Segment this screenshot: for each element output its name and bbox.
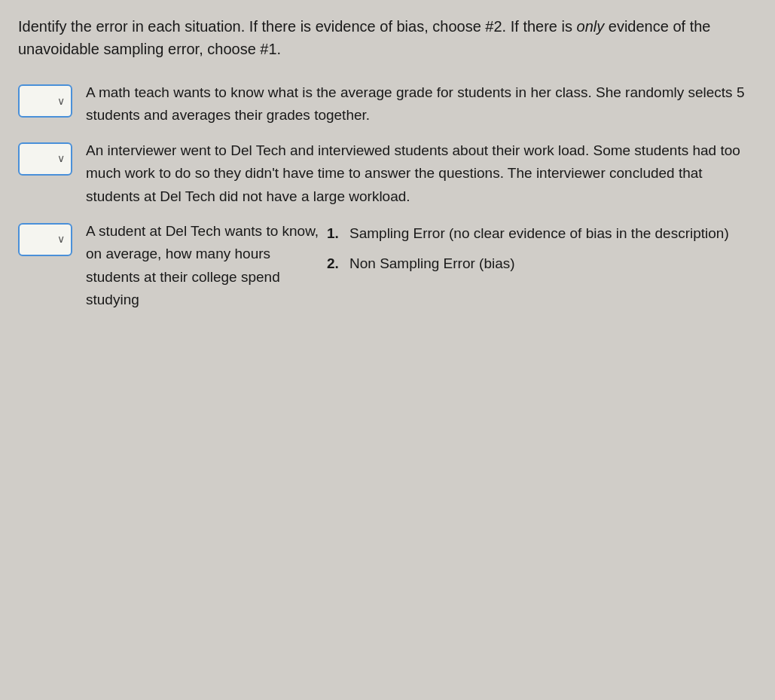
question-text-2: An interviewer went to Del Tech and inte… [86,139,757,208]
answer-number-2: 2. [327,253,342,275]
dropdown-q1[interactable]: ∨ [18,84,72,118]
answer-text-2: Non Sampling Error (bias) [349,253,515,275]
question-text-1: A math teach wants to know what is the a… [86,81,757,127]
main-container: Identify the error in each situation. If… [18,15,757,312]
answer-number-1: 1. [327,223,342,245]
question-list: ∨ A math teach wants to know what is the… [18,81,757,312]
chevron-down-icon: ∨ [57,95,65,108]
answer-text-1: Sampling Error (no clear evidence of bia… [349,223,729,245]
chevron-down-icon-3: ∨ [57,233,65,246]
question-row-2: ∨ An interviewer went to Del Tech and in… [18,139,757,208]
answer-options-area: 1. Sampling Error (no clear evidence of … [319,220,757,275]
dropdown-q2[interactable]: ∨ [18,142,72,176]
dropdown-q3[interactable]: ∨ [18,223,72,256]
chevron-down-icon-2: ∨ [57,152,65,165]
answer-option-1: 1. Sampling Error (no clear evidence of … [327,223,757,245]
question-row-3-container: ∨ A student at Del Tech wants to know, o… [18,220,757,312]
question-row-3-left: ∨ A student at Del Tech wants to know, o… [18,220,319,312]
instructions-text: Identify the error in each situation. If… [18,15,757,60]
question-row-1: ∨ A math teach wants to know what is the… [18,81,757,127]
question-text-3: A student at Del Tech wants to know, on … [86,220,319,312]
answer-option-2: 2. Non Sampling Error (bias) [327,253,757,275]
